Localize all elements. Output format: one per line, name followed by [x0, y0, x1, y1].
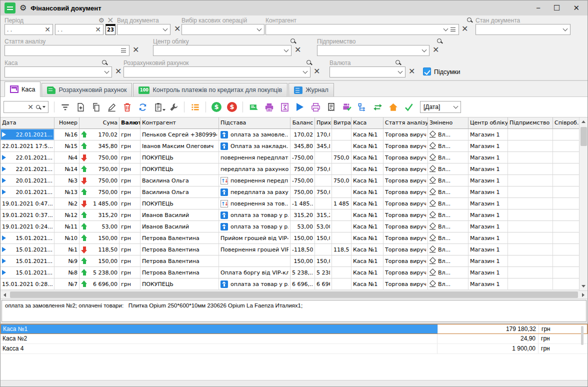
- run-button[interactable]: [293, 100, 307, 114]
- horizontal-scrollbar[interactable]: [0, 290, 588, 299]
- list-view-button[interactable]: [188, 100, 202, 114]
- print-button[interactable]: [262, 100, 276, 114]
- scroll-up-button[interactable]: [580, 118, 588, 126]
- table-row[interactable]: 15.01.2021...№85 238,00грнПетрова Валент…: [0, 267, 579, 278]
- table-row[interactable]: 20.01.2021...№3750,00грнВасилина Ольгапо…: [0, 175, 579, 186]
- column-header-sum[interactable]: Сума: [80, 118, 120, 129]
- search-icon[interactable]: [396, 60, 400, 64]
- bank-account-clear-icon[interactable]: ✕: [314, 68, 320, 76]
- analysis-article-clear-icon[interactable]: ✕: [132, 46, 139, 54]
- accounting-center-select[interactable]: [153, 45, 292, 56]
- table-row[interactable]: 15.01.2021...№10150,00грнПетрова Валенти…: [0, 232, 579, 244]
- period-from-clear-icon[interactable]: ✕: [44, 26, 50, 34]
- cash-register-check-button[interactable]: [340, 100, 354, 114]
- tab-journal[interactable]: Журнал: [288, 83, 334, 96]
- table-row[interactable]: 22.01.2021 17:5...№15345,80грнІванов Мак…: [0, 140, 579, 152]
- doc-type-select[interactable]: [117, 24, 170, 35]
- tools-button[interactable]: [166, 100, 180, 114]
- period-clear-icon[interactable]: ✕: [107, 16, 114, 24]
- column-header-basis[interactable]: Підстава: [219, 118, 290, 129]
- kasa-clear-icon[interactable]: ✕: [115, 68, 122, 76]
- counterparty-select[interactable]: [266, 24, 459, 35]
- totals-checkbox[interactable]: [423, 68, 431, 76]
- doc-type-clear-icon[interactable]: ✕: [174, 25, 180, 33]
- refresh-button[interactable]: [136, 100, 150, 114]
- tab-kasa[interactable]: Каса: [4, 82, 40, 97]
- edit-button[interactable]: [104, 100, 118, 114]
- add-document-button[interactable]: [74, 100, 88, 114]
- cash-register-row[interactable]: Каса №1179 180,32грн: [0, 324, 588, 334]
- vertical-scrollbar[interactable]: [579, 118, 588, 290]
- column-header-article[interactable]: Стаття аналізу: [384, 118, 428, 129]
- search-input[interactable]: ✕: [4, 101, 48, 113]
- counterparty-clear-icon[interactable]: ✕: [462, 25, 468, 33]
- column-header-center[interactable]: Центр обліку: [468, 118, 508, 129]
- cash-ops-select[interactable]: [182, 24, 264, 35]
- accounting-center-clear-icon[interactable]: ✕: [294, 46, 301, 54]
- column-header-expense[interactable]: Витрата: [332, 118, 352, 129]
- period-from-input[interactable]: . . ✕: [4, 24, 53, 35]
- table-row[interactable]: 22.01.2021...№14750,00грнПОКУПЕЦЬпередпл…: [0, 164, 579, 175]
- period-to-input[interactable]: . . ✕: [55, 24, 104, 35]
- minimize-button[interactable]: −: [536, 4, 540, 12]
- search-clear-icon[interactable]: ✕: [28, 103, 34, 111]
- close-button[interactable]: ✕: [573, 4, 580, 12]
- search-icon[interactable]: [467, 18, 472, 22]
- scroll-left-button[interactable]: [0, 290, 9, 299]
- list-select-icon[interactable]: [450, 28, 456, 32]
- doc-state-select[interactable]: [476, 24, 570, 35]
- money-out-button[interactable]: [225, 100, 239, 114]
- table-row[interactable]: 22.01.2021...№4750,00грнПОКУПЕЦЬповернен…: [0, 152, 579, 164]
- search-icon[interactable]: [102, 60, 106, 64]
- column-header-num[interactable]: Номер: [54, 118, 80, 129]
- search-icon[interactable]: [290, 38, 295, 43]
- statement-button[interactable]: [246, 100, 260, 114]
- currency-clear-icon[interactable]: ✕: [408, 68, 415, 76]
- table-row[interactable]: 22.01.2021...№16170,02грнПеньков Сергей …: [0, 129, 579, 140]
- sum-report-button[interactable]: [278, 100, 292, 114]
- column-header-income[interactable]: Прихід: [315, 118, 332, 129]
- column-header-cur[interactable]: Валюта: [120, 118, 140, 129]
- settings-gear-icon[interactable]: ⚙: [20, 4, 26, 12]
- table-row[interactable]: 19.01.2021 0:24...№1153,00грнИванов Васи…: [0, 221, 579, 232]
- delete-button[interactable]: [120, 100, 134, 114]
- receipt-button[interactable]: [324, 100, 338, 114]
- cash-register-row[interactable]: Каса №224,90грн: [0, 334, 588, 344]
- kasa-select[interactable]: [4, 66, 112, 78]
- search-icon[interactable]: [306, 60, 311, 64]
- home-button[interactable]: [386, 100, 400, 114]
- sort-field-select[interactable]: [Дата]: [420, 101, 461, 113]
- scroll-down-button[interactable]: [580, 282, 588, 290]
- table-row[interactable]: 19.01.2021 0:47...№21 485,00грнПОКУПЕЦЬп…: [0, 198, 579, 210]
- calendar-icon[interactable]: 23: [106, 24, 116, 35]
- currency-select[interactable]: [330, 66, 406, 78]
- copy-button[interactable]: [89, 100, 103, 114]
- column-header-balance[interactable]: Баланс: [290, 118, 315, 129]
- list-select-icon[interactable]: [121, 48, 126, 52]
- search-icon[interactable]: [437, 38, 442, 43]
- tab-credit-control[interactable]: 100 Контроль платежів по кредитах для по…: [133, 83, 288, 96]
- table-row[interactable]: 15.01.2021 0:28...№76 696,00грнПОКУПЕЦЬо…: [0, 278, 579, 290]
- column-header-date[interactable]: Дата: [0, 118, 54, 129]
- scrollbar-thumb[interactable]: [581, 326, 584, 345]
- column-header-changed[interactable]: Змінено: [428, 118, 468, 129]
- enterprise-select[interactable]: [317, 45, 430, 56]
- money-in-button[interactable]: [210, 100, 224, 114]
- tab-bank-account[interactable]: Розрахунковий рахунок: [42, 83, 132, 96]
- paste-button[interactable]: [151, 100, 165, 114]
- table-row[interactable]: 19.01.2021 0:37...№12315,20грнИванов Вас…: [0, 210, 579, 221]
- column-header-contractor[interactable]: Контрагент: [140, 118, 219, 129]
- analysis-article-input[interactable]: [4, 45, 130, 56]
- table-row[interactable]: 15.01.2021...№9150,00грнПетрова Валентин…: [0, 256, 579, 267]
- bank-account-select[interactable]: [124, 66, 310, 78]
- scroll-right-button[interactable]: [579, 290, 588, 299]
- period-to-clear-icon[interactable]: ✕: [95, 26, 101, 34]
- confirm-button[interactable]: [402, 100, 416, 114]
- exchange-button[interactable]: [370, 100, 384, 114]
- print-preview-button[interactable]: [308, 100, 322, 114]
- column-header-staff[interactable]: Співроб...: [553, 118, 579, 129]
- chevron-down-icon[interactable]: [42, 106, 46, 108]
- filter-button[interactable]: [58, 100, 72, 114]
- period-gear-icon[interactable]: ⚙: [98, 17, 104, 24]
- hierarchy-button[interactable]: [355, 100, 369, 114]
